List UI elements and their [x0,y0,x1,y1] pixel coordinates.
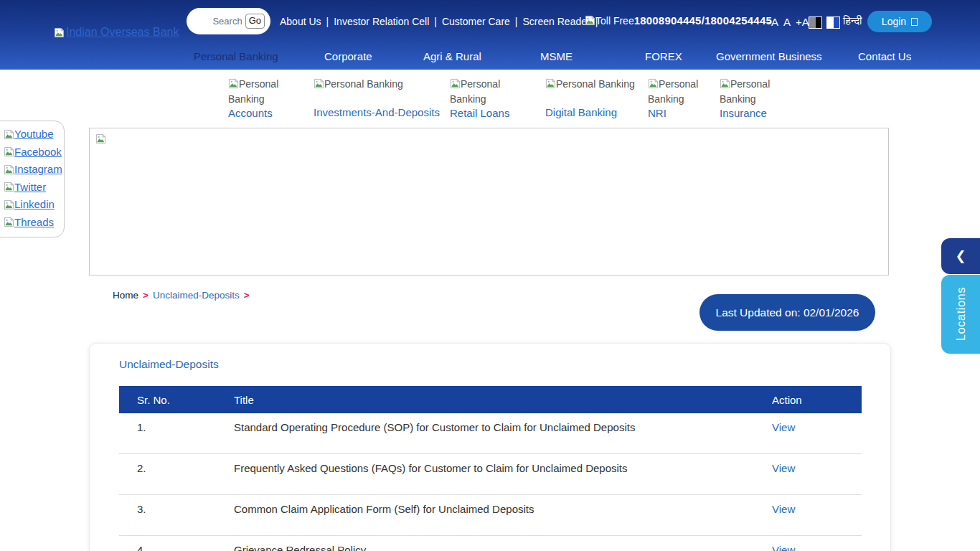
login-external-icon [911,18,918,26]
link-screen-reader[interactable]: Screen Reader [523,16,590,27]
link-about-us[interactable]: About Us [280,16,321,27]
broken-image-icon [228,78,239,89]
row-title: Common Claim Application Form (Self) for… [234,503,772,515]
row-sr: 2. [137,462,234,474]
broken-image-icon [545,78,556,89]
view-link[interactable]: View [772,421,862,433]
social-youtube-link[interactable]: Youtube [4,126,60,143]
row-sr: 3. [137,503,234,515]
nav-government-business[interactable]: Government Business [716,50,822,62]
social-linkedin-link[interactable]: Linkedin [4,196,60,214]
breadcrumb-current[interactable]: Unclaimed-Deposits [153,290,240,301]
broken-image-icon [648,78,659,89]
link-separator: | [326,16,329,27]
broken-image-icon [585,15,595,26]
view-link[interactable]: View [772,544,862,551]
submenu-link[interactable]: Insurance [720,107,788,119]
nav-forex[interactable]: FOREX [645,50,682,62]
view-link[interactable]: View [772,503,862,515]
social-threads-link[interactable]: Threads [4,214,60,232]
submenu-link[interactable]: Retail Loans [450,107,536,119]
nav-contact-us[interactable]: Contact Us [858,50,911,62]
broken-image-icon [450,78,461,89]
social-links-panel: Youtube Facebook Instagram Twitter Linke… [0,121,65,237]
tollfree-label: Toll Free [595,15,634,27]
social-instagram-link[interactable]: Instagram [4,161,60,179]
submenu-item-retail-loans[interactable]: Personal Banking Retail Loans [450,77,536,118]
last-updated-text: Last Updated on: 02/01/2026 [716,306,859,319]
search-input[interactable] [199,16,242,27]
submenu-img-alt: Personal Banking [324,78,403,90]
hero-banner-broken-image [89,128,889,276]
locations-collapse-button[interactable]: ❮ [941,238,980,274]
theme-light-icon[interactable] [826,17,840,29]
login-button[interactable]: Login [867,11,932,32]
submenu-link[interactable]: Investments-And-Deposits [314,106,439,118]
page-title: Unclaimed-Deposits [119,358,219,371]
row-sr: 1. [137,421,234,433]
link-customer-care[interactable]: Customer Care [442,16,510,27]
social-facebook-link[interactable]: Facebook [4,143,60,161]
row-title: Standard Operating Procedure (SOP) for C… [234,421,772,433]
broken-image-icon [54,27,65,38]
col-sr-no: Sr. No. [137,394,234,406]
search-bar: Go [187,8,270,34]
link-investor-relation-cell[interactable]: Investor Relation Cell [334,16,429,27]
col-title: Title [234,394,772,406]
search-go-button[interactable]: Go [245,14,265,28]
bank-logo-label: Indian Overseas Bank [66,26,179,39]
nav-agri-rural[interactable]: Agri & Rural [423,50,481,62]
chevron-left-icon: ❮ [955,248,966,264]
breadcrumb-arrow: > [244,290,250,301]
nav-personal-banking[interactable]: Personal Banking [194,50,278,62]
locations-tab[interactable]: Locations [941,275,980,354]
submenu-img-alt: Personal Banking [556,78,635,90]
login-label: Login [882,16,906,27]
view-link[interactable]: View [772,462,862,474]
locations-widget: ❮ Locations [941,238,980,354]
social-twitter-link[interactable]: Twitter [4,179,60,197]
theme-toggles [809,17,840,29]
submenu-link[interactable]: Accounts [228,107,296,119]
submenu-link[interactable]: Digital Banking [545,106,639,118]
table-header-row: Sr. No. Title Action [119,386,862,413]
font-increase-button[interactable]: +A [796,16,809,28]
font-size-controls: -A A +A [768,16,809,28]
tollfree-info: Toll Free 18008904445/18004254445 [585,14,772,27]
nav-corporate[interactable]: Corporate [324,50,372,62]
breadcrumb-home[interactable]: Home [113,290,138,301]
submenu-link[interactable]: NRI [648,107,709,119]
font-normal-button[interactable]: A [783,16,791,28]
broken-image-icon [4,182,14,192]
submenu-item-investments-and-deposits[interactable]: Personal Banking Investments-And-Deposit… [314,77,439,118]
broken-image-icon [314,78,324,89]
theme-dark-icon[interactable] [809,17,822,29]
bank-logo[interactable]: Indian Overseas Bank [54,26,179,39]
tollfree-numbers: 18008904445/18004254445 [634,14,772,27]
locations-tab-label: Locations [954,287,968,341]
submenu-item-accounts[interactable]: Personal Banking Accounts [228,77,296,118]
font-decrease-button[interactable]: -A [768,16,778,28]
broken-image-icon [4,164,14,175]
breadcrumb-arrow: > [143,290,149,301]
table-row: 1. Standard Operating Procedure (SOP) fo… [119,413,862,454]
submenu-item-nri[interactable]: Personal Banking NRI [648,77,709,118]
table-row: 2. Frequently Asked Questions (FAQs) for… [119,454,862,495]
nav-msme[interactable]: MSME [540,50,573,62]
row-title: Frequently Asked Questions (FAQs) for Cu… [234,462,772,474]
language-hindi-link[interactable]: हिन्दी [843,14,862,27]
broken-image-icon [95,133,106,144]
table-row: 4. Grievance Redressal Policy View [119,536,862,551]
utility-links: About Us | Investor Relation Cell | Cust… [280,16,598,27]
broken-image-icon [4,146,14,157]
broken-image-icon [720,78,730,89]
link-separator: | [515,16,518,27]
unclaimed-deposits-card: Unclaimed-Deposits Sr. No. Title Action … [89,343,891,551]
broken-image-icon [4,199,14,210]
submenu-item-insurance[interactable]: Personal Banking Insurance [720,77,788,118]
submenu-item-digital-banking[interactable]: Personal Banking Digital Banking [545,77,639,118]
last-updated-badge: Last Updated on: 02/01/2026 [699,294,875,331]
documents-table: Sr. No. Title Action 1. Standard Operati… [119,386,862,551]
breadcrumb: Home > Unclaimed-Deposits > [113,290,250,301]
header: Indian Overseas Bank Go About Us | Inves… [0,0,980,70]
